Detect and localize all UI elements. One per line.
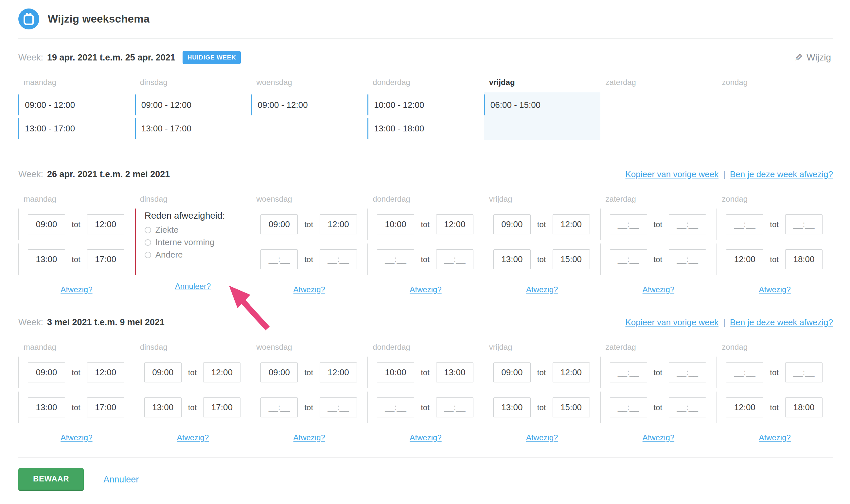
time-input-start-zondag[interactable] <box>726 362 763 382</box>
afwezig-link-donderdag[interactable]: Afwezig? <box>410 285 441 294</box>
time-input-start-zaterdag[interactable] <box>610 214 647 234</box>
time-input-start-donderdag[interactable] <box>377 214 414 234</box>
cancel-link[interactable]: Annuleer <box>103 474 139 485</box>
afwezig-link-maandag[interactable]: Afwezig? <box>60 433 92 442</box>
afwezig-link-zaterdag[interactable]: Afwezig? <box>643 433 674 442</box>
time-input-end-woensdag[interactable] <box>320 397 357 417</box>
time-input-start-vrijdag[interactable] <box>493 249 531 269</box>
time-input-end-woensdag[interactable] <box>320 214 357 234</box>
afwezig-link-dinsdag[interactable]: Afwezig? <box>177 433 209 442</box>
day-column-dinsdag: Reden afwezigheid:ZiekteInterne vormingA… <box>135 209 251 294</box>
afwezig-link-zondag[interactable]: Afwezig? <box>759 285 791 294</box>
time-input-end-maandag[interactable] <box>87 362 124 382</box>
radio-label: Interne vorming <box>155 237 215 248</box>
time-input-start-maandag[interactable] <box>28 362 65 382</box>
time-input-start-zondag[interactable] <box>726 397 763 417</box>
time-input-end-vrijdag[interactable] <box>553 397 590 417</box>
time-input-end-zondag[interactable] <box>785 397 822 417</box>
time-input-end-donderdag[interactable] <box>436 214 473 234</box>
time-input-start-vrijdag[interactable] <box>493 362 531 382</box>
time-input-start-zaterdag[interactable] <box>610 362 647 382</box>
copy-previous-week-link[interactable]: Kopieer van vorige week <box>625 169 718 179</box>
time-input-end-woensdag[interactable] <box>320 362 357 382</box>
time-input-end-donderdag[interactable] <box>436 397 473 417</box>
time-input-start-zondag[interactable] <box>726 249 763 269</box>
time-input-start-donderdag[interactable] <box>377 362 414 382</box>
time-input-end-donderdag[interactable] <box>436 362 473 382</box>
time-row-1-zondag: tot <box>716 357 833 388</box>
time-input-end-zondag[interactable] <box>785 249 822 269</box>
time-input-end-zaterdag[interactable] <box>669 249 706 269</box>
copy-previous-week-link[interactable]: Kopieer van vorige week <box>625 317 718 327</box>
radio-icon[interactable] <box>144 239 151 246</box>
time-input-start-zondag[interactable] <box>726 214 763 234</box>
radio-option-andere[interactable]: Andere <box>144 250 251 260</box>
afwezig-link-zaterdag[interactable]: Afwezig? <box>643 285 674 294</box>
annuleer-link-dinsdag[interactable]: Annuleer? <box>175 282 211 291</box>
day-label-zaterdag: zaterdag <box>600 195 717 204</box>
day-column-vrijdag: 06:00 - 15:00 <box>484 92 600 140</box>
link-separator: | <box>723 169 725 179</box>
day-label-vrijdag: vrijdag <box>484 78 600 87</box>
time-input-end-maandag[interactable] <box>87 249 124 269</box>
time-block: 10:00 - 12:00 <box>367 94 484 115</box>
time-input-start-vrijdag[interactable] <box>493 397 531 417</box>
time-input-start-maandag[interactable] <box>28 397 65 417</box>
time-input-end-zaterdag[interactable] <box>669 214 706 234</box>
tot-label: tot <box>537 220 546 229</box>
edit-week-button[interactable]: ✎ Wijzig <box>793 52 833 64</box>
day-column-vrijdag: tottotAfwezig? <box>484 357 600 442</box>
time-input-end-vrijdag[interactable] <box>553 214 590 234</box>
time-input-end-dinsdag[interactable] <box>203 397 241 417</box>
week-section-current: Week: 19 apr. 2021 t.e.m. 25 apr. 2021 H… <box>18 39 833 146</box>
time-input-start-donderdag[interactable] <box>377 249 414 269</box>
day-link-row: Afwezig? <box>18 278 135 294</box>
time-input-end-zondag[interactable] <box>785 362 822 382</box>
time-input-start-vrijdag[interactable] <box>493 214 531 234</box>
afwezig-link-woensdag[interactable]: Afwezig? <box>294 433 325 442</box>
time-input-end-dinsdag[interactable] <box>203 362 241 382</box>
time-input-start-dinsdag[interactable] <box>144 362 181 382</box>
time-input-end-zaterdag[interactable] <box>669 362 706 382</box>
day-column-woensdag: 09:00 - 12:00 <box>251 92 367 146</box>
save-button[interactable]: BEWAAR <box>18 468 84 491</box>
time-input-end-zaterdag[interactable] <box>669 397 706 417</box>
radio-option-interne-vorming[interactable]: Interne vorming <box>144 237 251 248</box>
time-input-start-zaterdag[interactable] <box>610 397 647 417</box>
time-input-start-maandag[interactable] <box>28 249 65 269</box>
day-column-donderdag: tottotAfwezig? <box>367 209 484 294</box>
time-input-end-maandag[interactable] <box>87 397 124 417</box>
radio-option-ziekte[interactable]: Ziekte <box>144 225 251 235</box>
time-input-end-vrijdag[interactable] <box>553 362 590 382</box>
time-input-start-woensdag[interactable] <box>260 362 298 382</box>
time-input-start-woensdag[interactable] <box>260 214 298 234</box>
time-input-end-maandag[interactable] <box>87 214 124 234</box>
radio-icon[interactable] <box>144 252 151 258</box>
week-label: Week: <box>18 53 43 63</box>
time-input-start-zaterdag[interactable] <box>610 249 647 269</box>
absent-this-week-link[interactable]: Ben je deze week afwezig? <box>730 317 833 327</box>
radio-icon[interactable] <box>144 227 151 233</box>
time-input-start-woensdag[interactable] <box>260 249 298 269</box>
afwezig-link-vrijdag[interactable]: Afwezig? <box>526 285 558 294</box>
tot-label: tot <box>304 368 313 377</box>
time-input-end-zondag[interactable] <box>785 214 822 234</box>
tot-label: tot <box>304 255 313 264</box>
afwezig-link-vrijdag[interactable]: Afwezig? <box>526 433 558 442</box>
time-row-2-zaterdag: tot <box>600 244 717 275</box>
day-column-zondag: tottotAfwezig? <box>716 209 833 294</box>
time-input-end-woensdag[interactable] <box>320 249 357 269</box>
afwezig-link-donderdag[interactable]: Afwezig? <box>410 433 441 442</box>
time-input-start-woensdag[interactable] <box>260 397 298 417</box>
afwezig-link-zondag[interactable]: Afwezig? <box>759 433 791 442</box>
day-label-maandag: maandag <box>18 343 135 352</box>
absent-this-week-link[interactable]: Ben je deze week afwezig? <box>730 169 833 179</box>
time-input-start-dinsdag[interactable] <box>144 397 181 417</box>
afwezig-link-maandag[interactable]: Afwezig? <box>60 285 92 294</box>
day-link-row: Afwezig? <box>716 427 833 442</box>
afwezig-link-woensdag[interactable]: Afwezig? <box>294 285 325 294</box>
time-input-end-donderdag[interactable] <box>436 249 473 269</box>
time-input-start-maandag[interactable] <box>28 214 65 234</box>
time-input-start-donderdag[interactable] <box>377 397 414 417</box>
time-input-end-vrijdag[interactable] <box>553 249 590 269</box>
